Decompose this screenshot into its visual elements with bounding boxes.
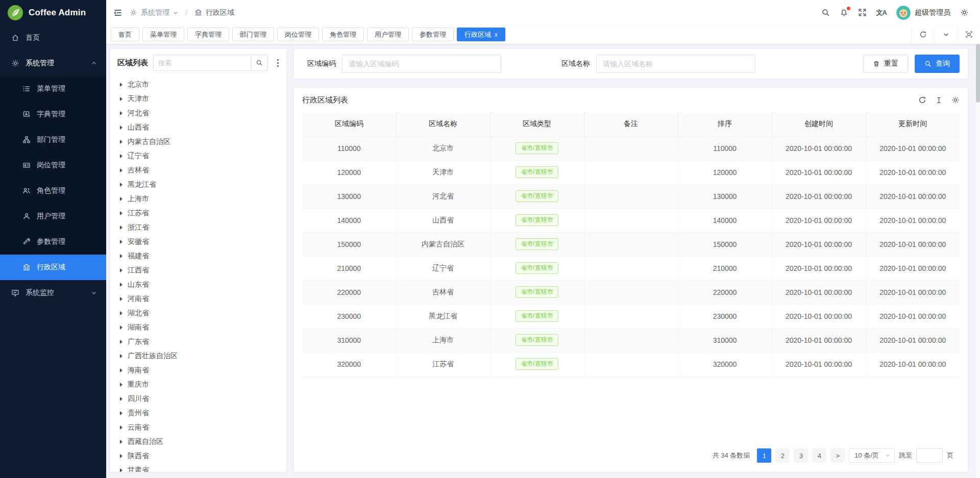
tree-node-label: 山西省: [128, 123, 149, 132]
caret-right-icon: [120, 354, 122, 358]
cell-sort: 210000: [678, 256, 772, 280]
user-menu[interactable]: 超级管理员: [896, 6, 950, 20]
tree-node[interactable]: 四川省: [115, 392, 281, 406]
tree-node[interactable]: 辽宁省: [115, 149, 281, 163]
page-button-2[interactable]: 2: [775, 448, 790, 463]
tab-menu-management[interactable]: 菜单管理: [142, 28, 184, 41]
tree-node[interactable]: 山东省: [115, 278, 281, 292]
cell-sort: 320000: [678, 352, 772, 376]
sidebar-item-post-management[interactable]: 岗位管理: [0, 153, 106, 178]
tree-node[interactable]: 广西壮族自治区: [115, 349, 281, 363]
tree-node[interactable]: 西藏自治区: [115, 435, 281, 449]
cell-created-time: 2020-10-01 00:00:00: [772, 328, 866, 352]
tree-node[interactable]: 贵州省: [115, 406, 281, 420]
menu-fold-icon[interactable]: [113, 8, 122, 17]
page-button-4[interactable]: 4: [812, 448, 826, 463]
notification-bell-icon[interactable]: [840, 8, 848, 17]
tree-node[interactable]: 湖南省: [115, 320, 281, 335]
sidebar-item-system-monitor[interactable]: 系统监控: [0, 280, 106, 306]
next-page-button[interactable]: >: [830, 448, 845, 463]
cell-region-name: 辽宁省: [396, 256, 490, 280]
tree-node[interactable]: 河南省: [115, 292, 281, 306]
content: 区域列表 北京市 天津市: [106, 44, 980, 478]
refresh-icon[interactable]: [911, 25, 934, 44]
sidebar-item-role-management[interactable]: 角色管理: [0, 178, 106, 204]
tree-node[interactable]: 广东省: [115, 335, 281, 349]
sidebar-item-param-management[interactable]: 参数管理: [0, 229, 106, 255]
chevron-down-icon[interactable]: [934, 25, 957, 44]
tab-param-management[interactable]: 参数管理: [412, 28, 454, 41]
maximize-icon[interactable]: [957, 25, 980, 44]
settings-gear-icon[interactable]: [960, 8, 969, 17]
sidebar-item-system-management[interactable]: 系统管理: [0, 51, 106, 76]
tree-node[interactable]: 甘肃省: [115, 463, 281, 472]
reset-button[interactable]: 重置: [863, 55, 908, 73]
tab-region-active[interactable]: 行政区域 x: [457, 28, 505, 41]
tree-node[interactable]: 云南省: [115, 420, 281, 435]
page-button-3[interactable]: 3: [794, 448, 808, 463]
tree-node[interactable]: 安徽省: [115, 235, 281, 249]
page-size-select[interactable]: 10 条/页: [849, 448, 895, 463]
region-name-input[interactable]: [596, 55, 755, 73]
fullscreen-icon[interactable]: [858, 8, 867, 17]
tree-node[interactable]: 吉林省: [115, 163, 281, 178]
tree-node-label: 河北省: [128, 109, 149, 118]
tree-search-button[interactable]: [251, 55, 267, 70]
page-button-1[interactable]: 1: [757, 448, 771, 463]
tab-dept-management[interactable]: 部门管理: [232, 28, 274, 41]
tree-search-input[interactable]: [154, 55, 251, 70]
sidebar-item-dict-management[interactable]: 字典管理: [0, 102, 106, 127]
tree-node[interactable]: 黑龙江省: [115, 178, 281, 192]
caret-right-icon: [120, 97, 122, 101]
tab-post-management[interactable]: 岗位管理: [277, 28, 319, 41]
tree-node[interactable]: 福建省: [115, 249, 281, 263]
search-icon[interactable]: [821, 8, 830, 17]
tab-close-icon[interactable]: x: [495, 32, 498, 38]
sidebar-item-region[interactable]: 行政区域: [0, 255, 106, 280]
tree-node[interactable]: 重庆市: [115, 378, 281, 392]
tab-user-management[interactable]: 用户管理: [367, 28, 409, 41]
sidebar-item-user-management[interactable]: 用户管理: [0, 204, 106, 229]
tab-home[interactable]: 首页: [111, 28, 139, 41]
refresh-icon[interactable]: [918, 96, 926, 104]
tab-role-management[interactable]: 角色管理: [322, 28, 364, 41]
row-height-icon[interactable]: [935, 96, 943, 104]
tree-node[interactable]: 北京市: [115, 78, 281, 92]
sidebar-item-dept-management[interactable]: 部门管理: [0, 127, 106, 153]
tree-node[interactable]: 天津市: [115, 92, 281, 106]
tree-node[interactable]: 山西省: [115, 120, 281, 135]
translate-icon[interactable]: 文A: [876, 8, 887, 17]
region-code-input[interactable]: [342, 55, 501, 73]
table-column-header: 创建时间: [772, 112, 866, 136]
tree-node[interactable]: 江苏省: [115, 206, 281, 220]
id-card-icon: [22, 161, 31, 169]
breadcrumb-parent[interactable]: 系统管理: [130, 8, 178, 17]
cell-created-time: 2020-10-01 00:00:00: [772, 280, 866, 304]
kebab-menu-icon[interactable]: [273, 57, 282, 69]
tree-node[interactable]: 陕西省: [115, 449, 281, 463]
page-scrollbar: [976, 44, 980, 478]
column-settings-gear-icon[interactable]: [951, 96, 960, 104]
search-button[interactable]: 查询: [915, 55, 960, 73]
tree-node[interactable]: 河北省: [115, 106, 281, 120]
caret-right-icon: [120, 425, 122, 430]
sidebar-item-menu-management[interactable]: 菜单管理: [0, 76, 106, 102]
tree-search-box: [153, 55, 268, 71]
sidebar-item-home[interactable]: 首页: [0, 25, 106, 51]
tree-node[interactable]: 上海市: [115, 192, 281, 206]
tree-node-label: 黑龙江省: [128, 180, 156, 189]
table-row: 110000 北京市 省市/直辖市 110000 2020-10-01 00:0…: [302, 136, 960, 160]
tree-node[interactable]: 海南省: [115, 363, 281, 378]
app-logo[interactable]: Coffee Admin: [0, 0, 106, 25]
tree-node[interactable]: 江西省: [115, 263, 281, 278]
tree-node[interactable]: 湖北省: [115, 306, 281, 320]
tab-dict-management[interactable]: 字典管理: [187, 28, 229, 41]
scrollbar-thumb[interactable]: [976, 44, 980, 103]
jump-page-input[interactable]: [916, 448, 943, 463]
region-table-card: 行政区域列表 区域编码区域名称区域类型备注排序创建时间更新时间: [294, 88, 968, 472]
tree-node[interactable]: 内蒙古自治区: [115, 135, 281, 149]
org-chart-icon: [22, 136, 31, 144]
sidebar-item-label: 岗位管理: [37, 161, 65, 170]
tree-node[interactable]: 浙江省: [115, 220, 281, 235]
caret-right-icon: [120, 197, 122, 201]
